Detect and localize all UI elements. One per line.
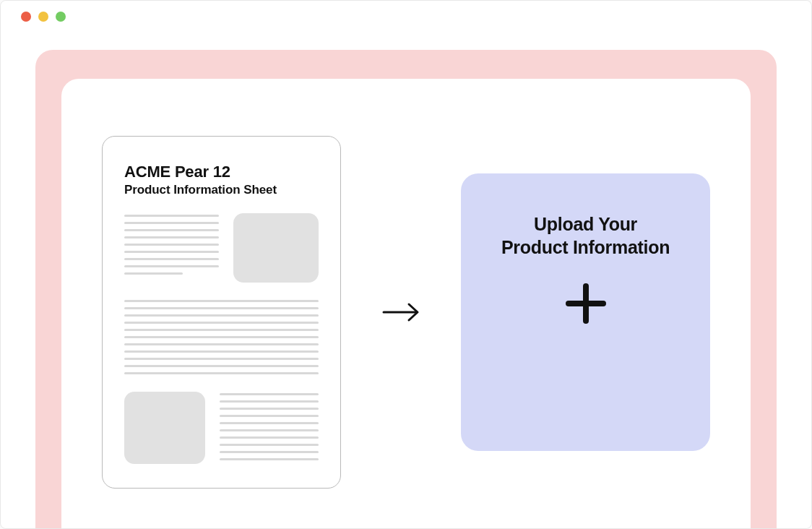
image-placeholder: [233, 213, 319, 283]
doc-section-bottom: [124, 392, 319, 464]
text-line-placeholder: [124, 350, 319, 353]
text-line-placeholder: [220, 393, 319, 395]
text-line-placeholder: [124, 329, 319, 331]
text-line-placeholder: [124, 343, 319, 345]
text-line-placeholder: [220, 451, 319, 453]
text-line-placeholder: [124, 358, 319, 360]
text-line-placeholder: [124, 365, 319, 367]
text-line-placeholder: [124, 300, 319, 302]
text-line-placeholder: [124, 322, 319, 324]
text-placeholder-block: [124, 300, 319, 374]
text-line-placeholder: [124, 272, 183, 275]
content-row: ACME Pear 12 Product Information Sheet: [61, 79, 751, 528]
window-maximize-button[interactable]: [56, 12, 66, 22]
text-placeholder-block: [124, 213, 219, 275]
text-line-placeholder: [124, 372, 319, 374]
image-placeholder: [124, 392, 205, 464]
document-title: ACME Pear 12: [124, 163, 319, 181]
text-line-placeholder: [124, 258, 219, 260]
doc-section-top: [124, 213, 319, 283]
upload-title: Upload Your Product Information: [501, 212, 670, 259]
text-line-placeholder: [220, 408, 319, 410]
window-minimize-button[interactable]: [38, 12, 48, 22]
pink-frame: ACME Pear 12 Product Information Sheet: [35, 50, 777, 528]
plus-icon: [563, 280, 609, 330]
text-line-placeholder: [124, 265, 219, 267]
text-line-placeholder: [220, 400, 319, 403]
text-line-placeholder: [124, 215, 219, 217]
text-line-placeholder: [220, 422, 319, 424]
document-preview-card: ACME Pear 12 Product Information Sheet: [102, 136, 341, 489]
upload-title-line1: Upload Your: [534, 214, 637, 234]
text-line-placeholder: [124, 307, 319, 309]
text-line-placeholder: [124, 236, 219, 238]
text-line-placeholder: [124, 244, 219, 246]
text-placeholder-block: [220, 392, 319, 460]
text-line-placeholder: [220, 436, 319, 439]
text-line-placeholder: [124, 229, 219, 231]
app-window: ACME Pear 12 Product Information Sheet: [0, 0, 812, 529]
text-line-placeholder: [220, 429, 319, 431]
text-line-placeholder: [220, 458, 319, 460]
document-subtitle: Product Information Sheet: [124, 183, 319, 197]
arrow-right-icon: [381, 301, 420, 323]
window-titlebar: [1, 1, 811, 33]
text-line-placeholder: [124, 336, 319, 338]
window-close-button[interactable]: [21, 12, 31, 22]
upload-title-line2: Product Information: [501, 237, 670, 257]
content-frame: ACME Pear 12 Product Information Sheet: [61, 79, 751, 528]
text-line-placeholder: [124, 314, 319, 317]
upload-dropzone[interactable]: Upload Your Product Information: [461, 173, 710, 451]
text-line-placeholder: [124, 251, 219, 253]
document-body: [124, 213, 319, 464]
text-line-placeholder: [124, 222, 219, 224]
text-line-placeholder: [220, 415, 319, 417]
text-line-placeholder: [220, 444, 319, 446]
